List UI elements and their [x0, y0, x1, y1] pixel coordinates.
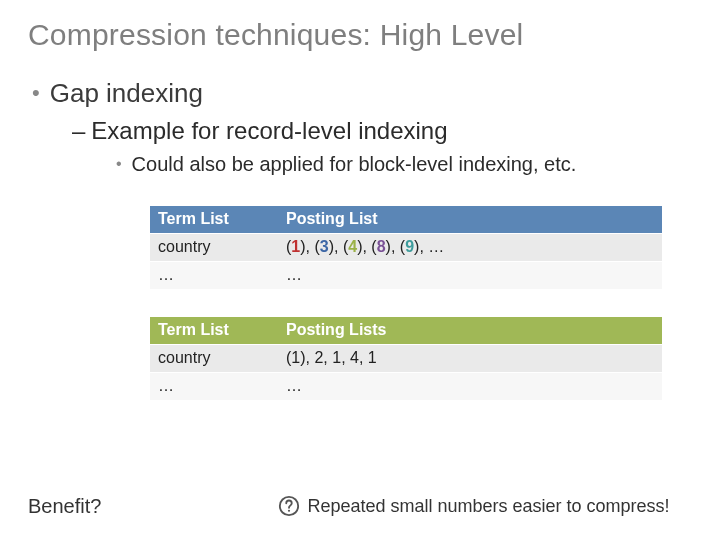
posting-value: 8: [377, 238, 386, 255]
cell-posting: …: [278, 373, 662, 401]
bullet-dash-icon: –: [72, 117, 85, 144]
page-title: Compression techniques: High Level: [28, 18, 692, 52]
table-row: … …: [150, 262, 662, 290]
bullet-level-3: •Could also be applied for block-level i…: [116, 153, 692, 176]
table-header-row: Term List Posting Lists: [150, 317, 662, 345]
posting-value: 9: [405, 238, 414, 255]
table-header-term: Term List: [150, 206, 278, 234]
cell-posting: (1), (3), (4), (8), (9), …: [278, 234, 662, 262]
cell-posting: (1), 2, 1, 4, 1: [278, 345, 662, 373]
question-mark-icon: [277, 494, 301, 518]
svg-point-1: [288, 510, 290, 512]
table-row: country (1), 2, 1, 4, 1: [150, 345, 662, 373]
cell-term: …: [150, 373, 278, 401]
slide: Compression techniques: High Level •Gap …: [0, 0, 720, 540]
cell-term: country: [150, 345, 278, 373]
table-header-posting: Posting List: [278, 206, 662, 234]
bullet-1-text: Gap indexing: [50, 78, 203, 108]
table-header-term: Term List: [150, 317, 278, 345]
table-row: country (1), (3), (4), (8), (9), …: [150, 234, 662, 262]
table-row: … …: [150, 373, 662, 401]
table-gap: Term List Posting Lists country (1), 2, …: [150, 317, 662, 400]
bullet-level-1: •Gap indexing: [32, 78, 692, 109]
table-header-posting: Posting Lists: [278, 317, 662, 345]
tables-container: Term List Posting List country (1), (3),…: [150, 206, 662, 400]
bullet-dot-icon: •: [32, 80, 40, 106]
benefit-answer: Repeated small numbers easier to compres…: [307, 496, 669, 517]
benefit-question: Benefit?: [28, 495, 101, 518]
bullet-2-text: Example for record-level indexing: [91, 117, 447, 144]
table-header-row: Term List Posting List: [150, 206, 662, 234]
posting-value: 3: [320, 238, 329, 255]
bullet-3-text: Could also be applied for block-level in…: [132, 153, 577, 175]
bullet-list: •Gap indexing –Example for record-level …: [28, 78, 692, 176]
bullet-dot-icon: •: [116, 155, 122, 173]
posting-value: 4: [348, 238, 357, 255]
table-original: Term List Posting List country (1), (3),…: [150, 206, 662, 289]
answer-wrap: Repeated small numbers easier to compres…: [277, 494, 669, 518]
cell-term: …: [150, 262, 278, 290]
bullet-level-2: –Example for record-level indexing: [72, 117, 692, 145]
footer: Benefit? Repeated small numbers easier t…: [28, 494, 692, 518]
cell-posting: …: [278, 262, 662, 290]
posting-value: 1: [291, 238, 300, 255]
cell-term: country: [150, 234, 278, 262]
